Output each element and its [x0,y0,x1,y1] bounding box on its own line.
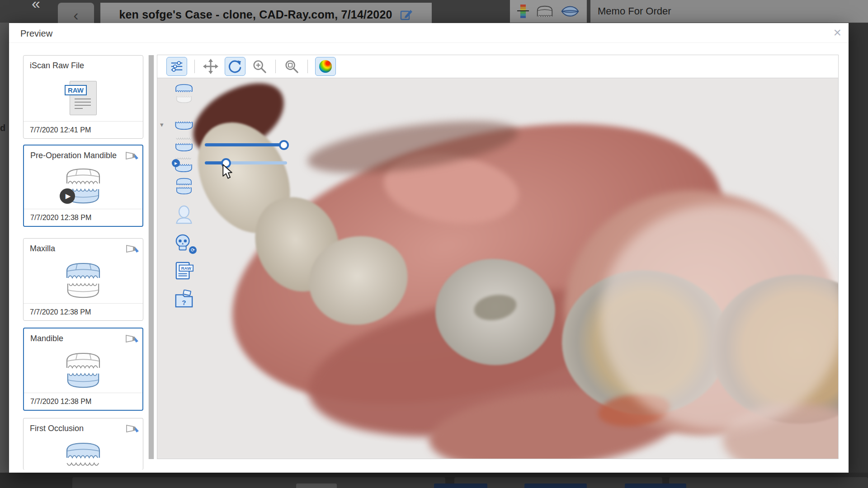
preview-dialog: Preview × iScan Raw File RAW 7/7/2020 12… [9,23,849,473]
top-toolbar-group [510,0,587,23]
svg-text:RAW: RAW [181,266,191,271]
background-bottom-cards [0,473,868,488]
zoom-fit-icon [284,59,299,74]
opacity-slider-bottom[interactable] [205,161,287,164]
layer-animated-scan-icon[interactable]: ▶ [174,155,194,174]
model-shape [600,205,838,431]
edit-case-icon[interactable] [400,8,413,22]
zoom-fit-button[interactable] [283,58,300,75]
card-date: 7/7/2020 12:41 PM [24,121,143,138]
raw-file-icon: RAW [24,75,143,120]
screen: « ‹ ken sofge's Case - clone, CAD-Ray.co… [0,0,868,488]
sidebar-scrollbar[interactable] [148,55,154,459]
card-date: 7/7/2020 12:38 PM [24,303,143,320]
scan-card-pre-operation-mandible[interactable]: Pre-Operation Mandible [23,145,143,227]
slider-handle[interactable] [279,140,289,150]
skull-badge-icon: ⟳ [189,246,197,254]
viewer-canvas[interactable]: ▶ [157,78,838,459]
background-right-edge [849,23,868,473]
background-button [434,483,487,488]
rotate-icon [228,59,242,74]
mouse-cursor [222,164,233,179]
skull-xray-icon[interactable]: ⟳ [174,234,194,254]
play-badge-icon: ▶ [172,159,180,167]
patient-head-icon[interactable] [174,205,194,225]
scanner-wand-icon [125,151,139,161]
zoom-in-button[interactable] [251,58,268,75]
arch-model-icon[interactable] [536,5,554,18]
shade-sphere-icon [319,60,332,73]
play-overlay-icon[interactable]: ▶ [60,188,75,204]
layer-both-arches-icon[interactable] [174,178,194,195]
sliders-icon [170,60,184,73]
back-chevron-icon: ‹ [73,6,78,24]
move-button[interactable] [202,58,219,75]
card-title: iScan Raw File [30,61,84,70]
chevron-down-icon[interactable]: ▾ [160,121,164,129]
maxilla-scan-icon [24,258,143,302]
layer-preop-mandible-icon[interactable] [174,137,194,152]
scan-card-maxilla[interactable]: Maxilla 7/7/2020 12:38 PM [23,238,143,321]
mandible-scan-icon [24,348,142,392]
clipped-text-fragment: d [0,123,5,133]
raw-badge: RAW [65,85,87,95]
background-button [625,483,686,488]
card-title: First Occlusion [30,424,84,433]
svg-text:?: ? [182,299,186,306]
case-title: ken sofge's Case - clone, CAD-Ray.com, 7… [119,8,392,21]
toolbar-divider [194,60,195,73]
scan-card-first-occlusion[interactable]: First Occlusion [23,418,143,470]
scrollbar-thumb[interactable] [149,55,154,459]
viewer-toolbar [157,55,838,78]
memo-panel-title: Memo For Order [598,5,671,17]
collapse-sidebar-icon[interactable]: « [32,0,40,12]
background-card [669,477,868,488]
card-date: 7/7/2020 12:38 PM [24,209,142,226]
occlusion-bite-icon[interactable] [561,5,580,18]
move-icon [203,59,218,74]
scan-card-iscan-raw-file[interactable]: iScan Raw File RAW 7/7/2020 12:41 PM [23,55,143,139]
zoom-in-icon [252,59,267,74]
layer-hidden-arch-icon[interactable] [174,95,194,103]
3d-viewer: ▶ [157,55,839,459]
card-title: Maxilla [30,244,55,253]
mandible-scan-icon: ▶ [24,165,142,208]
background-card [72,477,445,488]
shade-sphere-button[interactable] [315,57,336,76]
rotate-button[interactable] [225,57,245,76]
opacity-slider-top[interactable] [205,143,286,146]
toolbar-divider [307,60,308,73]
scan-card-mandible[interactable]: Mandible 7/7/2020 12:38 PM [23,328,143,411]
scanner-wand-icon [126,244,139,254]
title-divider [9,42,849,43]
layer-mandible-icon[interactable] [174,121,194,131]
help-box-icon[interactable]: ? [174,290,194,309]
adjust-sliders-button[interactable] [166,57,187,76]
occlusion-scan-icon [24,440,143,470]
card-date: 7/7/2020 12:38 PM [24,393,142,410]
raw-file-layer-icon[interactable]: RAW [174,262,194,281]
model-mandible-scan[interactable] [157,78,838,459]
background-button [296,483,337,488]
card-title: Mandible [30,334,63,343]
toolbar-divider [275,60,276,73]
card-title: Pre-Operation Mandible [30,151,117,160]
close-icon[interactable]: × [833,26,841,39]
scanner-wand-icon [126,424,139,434]
layer-maxilla-visible-icon[interactable] [174,84,194,93]
color-map-icon[interactable] [517,4,529,19]
background-left-edge: d m [0,23,9,488]
dialog-title: Preview [20,28,52,39]
scanner-wand-icon [125,334,139,344]
memo-panel: Memo For Order [590,0,868,23]
background-button [524,483,587,488]
